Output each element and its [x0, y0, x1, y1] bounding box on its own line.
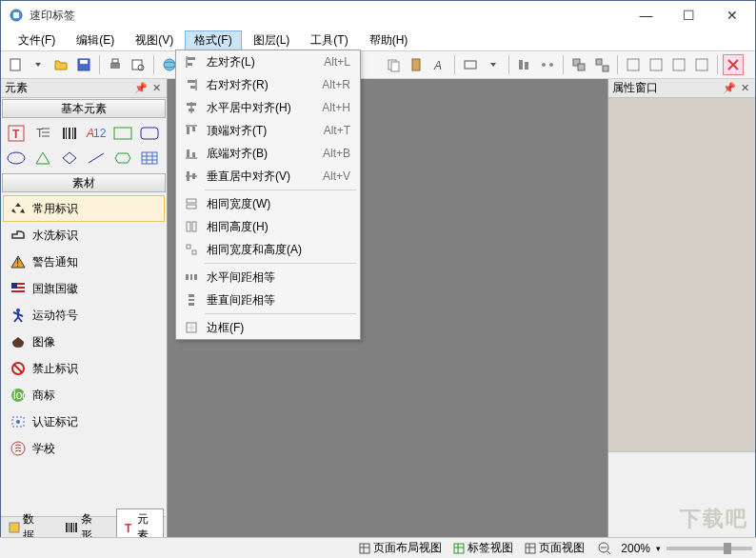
rect-dropdown[interactable]	[483, 54, 504, 75]
close-button[interactable]: ✕	[710, 2, 753, 29]
menu-align-vcenter[interactable]: 垂直居中对齐(V)Alt+V	[176, 165, 360, 188]
svg-point-56	[16, 309, 20, 312]
copy-button[interactable]	[383, 54, 404, 75]
menu-item-0[interactable]: 文件(F)	[9, 30, 65, 50]
barcode-tool[interactable]	[58, 123, 81, 144]
new-dropdown[interactable]	[28, 54, 49, 75]
triangle-shape[interactable]	[31, 148, 54, 169]
minimize-button[interactable]: —	[625, 2, 667, 29]
materials-header[interactable]: 素材	[2, 173, 166, 192]
menu-item-2[interactable]: 视图(V)	[126, 30, 183, 50]
menu-item-4[interactable]: 图层(L)	[244, 30, 300, 50]
layer2-tool[interactable]	[646, 54, 666, 75]
menu-item-3[interactable]: 格式(F)	[185, 30, 241, 50]
svg-rect-2	[10, 59, 20, 70]
open-button[interactable]	[50, 54, 71, 75]
menu-hspace[interactable]: 水平间距相等	[176, 266, 360, 289]
align-top-icon	[180, 124, 203, 137]
align-bottom-icon	[180, 147, 203, 160]
watermark: 下载吧	[680, 505, 748, 533]
pin-icon[interactable]: 📌	[723, 82, 736, 95]
roundrect-shape[interactable]	[138, 123, 161, 144]
zoom-out-button[interactable]	[594, 542, 615, 555]
line-shape[interactable]	[85, 148, 108, 169]
svg-rect-54	[11, 290, 25, 292]
svg-rect-85	[187, 171, 189, 181]
paste-button[interactable]	[406, 54, 427, 75]
rect-tool[interactable]	[460, 54, 481, 75]
ungroup-tool[interactable]	[591, 54, 612, 75]
panel-close-icon[interactable]: ✕	[149, 82, 163, 95]
align-tool[interactable]	[514, 54, 535, 75]
material-forbid[interactable]: 禁止标识	[3, 355, 165, 382]
font-button[interactable]: A	[428, 54, 449, 75]
maximize-button[interactable]: ☐	[667, 2, 710, 29]
properties-panel: 属性窗口 📌 ✕	[607, 79, 755, 537]
material-warning[interactable]: !警告通知	[3, 249, 165, 275]
save-button[interactable]	[73, 54, 94, 75]
material-image[interactable]: 图像	[3, 329, 165, 355]
svg-rect-98	[189, 303, 194, 306]
text-tool[interactable]: T	[5, 123, 28, 144]
material-cert[interactable]: 认证标记	[3, 409, 165, 435]
menu-align-hcenter[interactable]: 水平居中对齐(H)Alt+H	[176, 96, 360, 119]
print-preview-button[interactable]	[128, 54, 149, 75]
svg-rect-5	[110, 63, 120, 69]
rect-shape[interactable]	[111, 123, 134, 144]
status-view-2[interactable]: 页面视图	[521, 540, 588, 556]
status-view-1[interactable]: 标签视图	[449, 540, 517, 556]
menu-item-1[interactable]: 编辑(E)	[67, 30, 124, 50]
pin-icon[interactable]: 📌	[134, 82, 148, 95]
menu-align-bottom[interactable]: 底端对齐(B)Alt+B	[176, 142, 360, 165]
distribute-tool[interactable]	[537, 54, 558, 75]
zoom-dropdown[interactable]: ▾	[656, 544, 661, 553]
status-view-0[interactable]: 页面布局视图	[355, 540, 446, 556]
layer1-tool[interactable]	[623, 54, 644, 75]
menu-same-height[interactable]: 相同高度(H)	[176, 215, 360, 238]
align-hcenter-icon	[180, 101, 203, 114]
hexagon-shape[interactable]	[111, 148, 134, 169]
layer3-tool[interactable]	[668, 54, 689, 75]
menu-label: 左对齐(L)	[203, 54, 324, 70]
delete-tool[interactable]	[723, 54, 744, 75]
textbox-tool[interactable]: T	[31, 123, 54, 144]
table-shape[interactable]	[138, 148, 161, 169]
print-button[interactable]	[105, 54, 126, 75]
menu-same-width[interactable]: 相同宽度(W)	[176, 192, 360, 215]
svg-rect-25	[673, 59, 685, 70]
properties-body	[608, 98, 755, 451]
svg-rect-76	[187, 103, 196, 106]
menu-item-6[interactable]: 帮助(H)	[360, 30, 418, 50]
menu-same-size[interactable]: 相同宽度和高度(A)	[176, 238, 360, 261]
menu-align-left[interactable]: 左对齐(L)Alt+L	[176, 50, 360, 73]
panel-close-icon[interactable]: ✕	[738, 82, 751, 95]
svg-rect-94	[190, 274, 192, 280]
menu-border[interactable]: 边框(F)	[176, 316, 360, 339]
material-label: 警告通知	[32, 254, 78, 270]
new-button[interactable]	[5, 54, 26, 75]
material-label: 水洗标识	[32, 228, 78, 244]
material-school[interactable]: 学校	[3, 435, 165, 462]
svg-rect-26	[696, 59, 707, 70]
school-icon	[10, 440, 27, 457]
svg-rect-109	[360, 544, 369, 553]
counter-tool[interactable]: A123	[85, 123, 108, 144]
material-iron[interactable]: 水洗标识	[3, 222, 165, 249]
menu-align-top[interactable]: 顶端对齐(T)Alt+T	[176, 119, 360, 142]
layer4-tool[interactable]	[691, 54, 712, 75]
svg-rect-22	[603, 66, 608, 71]
material-sport[interactable]: 运动符号	[3, 302, 165, 329]
ellipse-shape[interactable]	[5, 148, 28, 169]
material-recycle[interactable]: 常用标识	[3, 195, 165, 222]
menu-align-right[interactable]: 右对对齐(R)Alt+R	[176, 73, 360, 96]
basic-elements-header[interactable]: 基本元素	[2, 99, 166, 118]
main-area: 元素 📌 ✕ 基本元素 T T A123 素材 常用标识水洗标识!警告通知国旗国…	[1, 79, 755, 537]
diamond-shape[interactable]	[58, 148, 81, 169]
material-flag[interactable]: 国旗国徽	[3, 275, 165, 302]
menu-vspace[interactable]: 垂直间距相等	[176, 289, 360, 311]
zoom-slider[interactable]	[666, 547, 752, 550]
menu-item-5[interactable]: 工具(T)	[301, 30, 357, 50]
trademark-icon: log	[10, 387, 27, 404]
material-trademark[interactable]: log商标	[3, 382, 165, 409]
group-tool[interactable]	[568, 54, 589, 75]
